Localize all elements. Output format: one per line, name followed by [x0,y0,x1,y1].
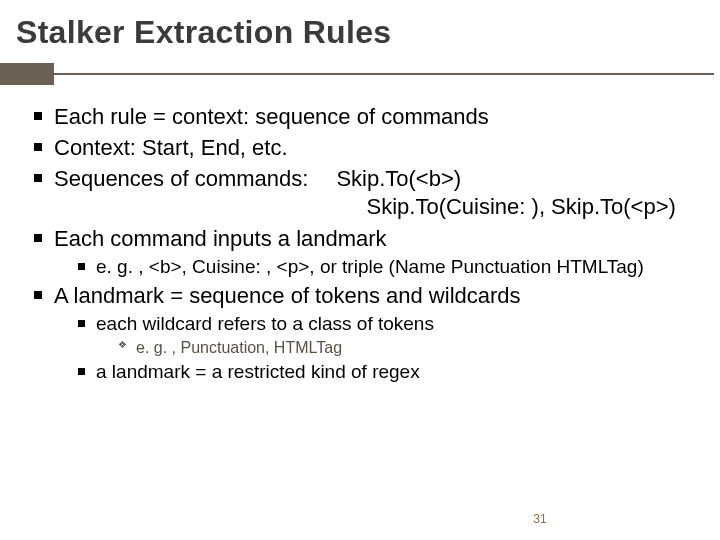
sub-bullet-list: e. g. , <b>, Cuisine: , <p>, or triple (… [54,255,698,279]
bullet-item: A landmark = sequence of tokens and wild… [30,282,698,384]
bullet-text: Each rule = context: sequence of command… [54,104,489,129]
sub-bullet-list: each wildcard refers to a class of token… [54,312,698,384]
sub-bullet-text: e. g. , <b>, Cuisine: , <p>, or triple (… [96,256,644,277]
bullet-text: Context: Start, End, etc. [54,135,288,160]
bullet-item: Context: Start, End, etc. [30,134,698,162]
sub-bullet-item: e. g. , <b>, Cuisine: , <p>, or triple (… [76,255,698,279]
sub-sub-bullet-text: e. g. , Punctuation, HTMLTag [136,339,342,356]
code-sample: Skip.To(Cuisine: ), Skip.To(<p>) [367,194,676,219]
bullet-text: Sequences of commands: [54,165,308,193]
code-sample: Skip.To(<b>) [336,165,461,193]
slide-body: Each rule = context: sequence of command… [0,63,720,384]
sub-bullet-item: each wildcard refers to a class of token… [76,312,698,357]
bullet-text: A landmark = sequence of tokens and wild… [54,283,521,308]
bullet-hanging: Sequences of commands: Skip.To(<b>) Sequ… [54,165,698,221]
bullet-item: Sequences of commands: Skip.To(<b>) Sequ… [30,165,698,221]
slide: Stalker Extraction Rules Each rule = con… [0,0,720,540]
bullet-item: Each rule = context: sequence of command… [30,103,698,131]
page-number: 31 [0,512,720,526]
bullet-text: Each command inputs a landmark [54,226,387,251]
sub-sub-bullet-list: e. g. , Punctuation, HTMLTag [96,338,698,358]
rule-line [0,73,714,75]
sub-bullet-text: a landmark = a restricted kind of regex [96,361,420,382]
bullet-list: Each rule = context: sequence of command… [22,103,698,384]
slide-title: Stalker Extraction Rules [0,0,720,57]
bullet-item: Each command inputs a landmark e. g. , <… [30,225,698,279]
rule-block [0,63,54,85]
sub-bullet-text: each wildcard refers to a class of token… [96,313,434,334]
sub-sub-bullet-item: e. g. , Punctuation, HTMLTag [118,338,698,358]
sub-bullet-item: a landmark = a restricted kind of regex [76,360,698,384]
